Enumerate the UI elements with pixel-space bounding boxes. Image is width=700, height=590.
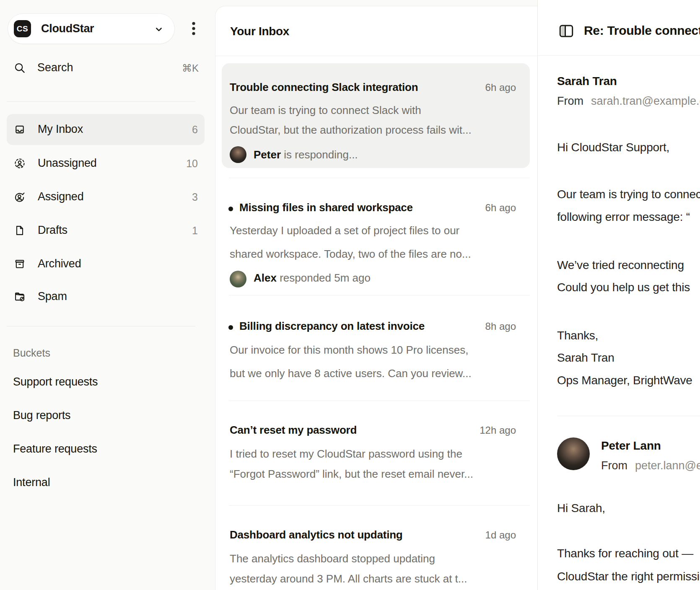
thread-preview: I tried to reset my CloudStar password u… [230,448,462,461]
buckets-section-label: Buckets [13,347,50,359]
toggle-sidebar-button[interactable] [558,23,575,39]
chevron-down-icon [153,23,165,36]
kebab-icon [186,19,201,38]
sidebar-item-support-requests[interactable]: Support requests [0,367,205,398]
thread-time: 1d ago [485,529,516,541]
sidebar-item-label: Assigned [38,190,83,203]
thread-title: Dashboard analytics not updating [230,528,403,541]
sidebar-item-drafts[interactable]: Drafts 1 [0,215,205,246]
sidebar-item-label: My Inbox [38,123,83,136]
thread-detail-header: Re: Trouble connecting Slack integration [538,0,700,56]
bucket-label: Internal [13,476,50,489]
workspace-logo: CS [14,20,31,37]
thread-time: 6h ago [485,202,516,214]
sidebar-item-unassigned[interactable]: Unassigned 10 [0,148,205,179]
sender-email: peter.lann@example.com [635,459,700,472]
thread-title: Missing files in shared workspace [239,201,413,214]
panel-left-icon [558,23,575,39]
sidebar-item-label: Spam [38,290,67,303]
file-icon [14,225,26,236]
from-label: From [601,459,627,472]
thread-title: Billing discrepancy on latest invoice [239,320,425,333]
sidebar-item-spam[interactable]: Spam [0,281,205,312]
message-line: Hi Sarah, [557,502,605,515]
archive-icon [14,258,26,270]
search-shortcut: ⌘K [182,62,199,74]
message-line: We’ve tried reconnecting [557,259,684,272]
thread-preview: but we only have 8 active users. Can you… [230,367,472,380]
sender-from-row: Fromsarah.tran@example.com [557,95,700,108]
avatar [230,146,246,163]
from-label: From [557,95,583,107]
avatar [557,437,590,470]
workspace-name: CloudStar [41,22,94,35]
thread-preview: The analytics dashboard stopped updating [230,552,435,565]
message-line: Sarah Tran [557,351,614,365]
sidebar-item-internal[interactable]: Internal [0,467,205,498]
sidebar: CS CloudStar Search ⌘K [0,0,205,590]
sidebar-item-count: 6 [192,124,198,136]
list-divider [229,401,530,401]
sidebar-item-label: Unassigned [38,157,97,170]
thread-responder: Peter is responding... [230,146,358,163]
sidebar-divider [7,326,195,326]
thread-detail-title: Re: Trouble connecting Slack integration [584,23,700,38]
sidebar-item-count: 3 [192,191,198,203]
thread-preview: shared workspace. Today, two of the file… [230,248,471,261]
thread-time: 12h ago [480,424,516,436]
sidebar-item-label: Archived [38,257,81,270]
workspace-switcher[interactable]: CS CloudStar [8,13,175,44]
folder-block-icon [14,291,26,303]
sidebar-item-archived[interactable]: Archived [0,248,205,279]
message-line: Ops Manager, BrightWave [557,374,692,387]
responder-status: is responding... [281,148,358,161]
thread-preview: yesterday around 3 PM. All charts are st… [230,572,467,585]
responder-name: Alex [254,272,277,284]
thread-preview: Our team is trying to connect Slack with [230,104,421,117]
search-icon [13,62,26,74]
sidebar-item-label: Drafts [38,224,67,237]
message-line: Thanks, [557,329,598,342]
user-dashed-icon [14,158,26,169]
search-label: Search [37,61,73,74]
more-menu-button[interactable] [186,19,201,38]
sidebar-item-feature-requests[interactable]: Feature requests [0,434,205,465]
sidebar-item-bug-reports[interactable]: Bug reports [0,400,205,431]
search-button[interactable]: Search ⌘K [0,56,205,80]
list-divider [229,295,530,295]
app-root: CS CloudStar Search ⌘K [0,0,700,590]
message-line: Thanks for reaching out — [557,547,693,560]
unread-dot [228,207,233,211]
thread-item-selected[interactable]: Trouble connecting Slack integration 6h … [222,63,530,168]
sidebar-divider [7,101,195,102]
inbox-icon [14,124,26,135]
sidebar-item-count: 10 [186,158,198,170]
thread-detail-panel: Re: Trouble connecting Slack integration… [537,0,700,590]
thread-time: 6h ago [485,82,516,93]
thread-preview: CloudStar, but the authorization process… [230,124,472,137]
inbox-list-panel: Your Inbox Trouble connecting Slack inte… [215,6,537,590]
message-divider [557,416,700,416]
unread-dot [228,325,233,330]
message-line: Could you help us get this [557,281,690,294]
message-line: CloudStar the right permissions [557,570,700,583]
sidebar-item-count: 1 [192,225,198,237]
message-line: Hi CloudStar Support, [557,141,669,154]
user-check-icon [14,191,26,203]
responder-status: responded 5m ago [277,272,371,284]
bucket-label: Support requests [13,375,98,388]
avatar [230,271,246,287]
inbox-title: Your Inbox [230,25,289,38]
sender-name: Sarah Tran [557,75,617,88]
thread-title: Can’t reset my password [230,424,357,437]
thread-preview: Yesterday I uploaded a set of project fi… [230,224,459,237]
thread-preview: “Forgot Password” link, but the reset em… [230,468,473,481]
thread-time: 8h ago [485,321,516,332]
sender-name: Peter Lann [601,439,661,453]
bucket-label: Feature requests [13,442,97,455]
bucket-label: Bug reports [13,409,70,422]
list-divider [229,505,530,506]
sidebar-item-my-inbox[interactable]: My Inbox 6 [0,114,205,145]
sidebar-item-assigned[interactable]: Assigned 3 [0,181,205,212]
thread-preview: Our invoice for this month shows 10 Pro … [230,344,468,357]
